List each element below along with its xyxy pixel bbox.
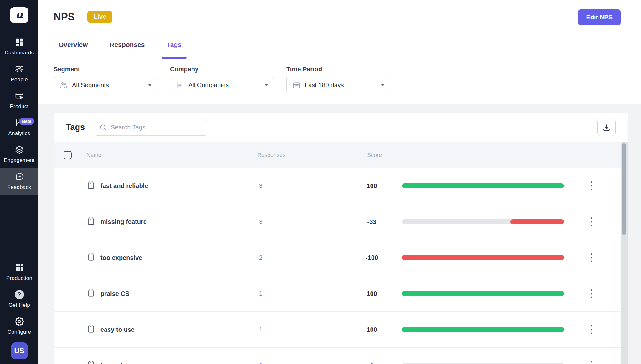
row-menu-button[interactable] — [589, 180, 594, 192]
responses-count-link[interactable]: 3 — [259, 218, 263, 225]
tag-name-cell: Inconsistency — [86, 361, 142, 364]
app-window: u Dashboards — [0, 0, 641, 364]
tag-name-cell: fast and reliable — [86, 181, 148, 190]
row-menu-button[interactable] — [589, 324, 594, 336]
sidebar-item-label: Dashboards — [5, 50, 34, 56]
responses-cell: 0 — [259, 362, 263, 364]
kebab-dot — [591, 293, 592, 295]
sidebar-item-configure[interactable]: Configure — [0, 312, 38, 339]
question-glyph: ? — [18, 291, 21, 298]
select-all-checkbox[interactable] — [64, 151, 72, 159]
sidebar-item-label: People — [11, 77, 28, 83]
tag-name-cell: easy to use — [86, 325, 135, 334]
beta-badge: Beta — [19, 118, 34, 125]
score-bar-fill — [402, 291, 564, 296]
scrollbar-thumb[interactable] — [622, 143, 626, 235]
row-menu-button[interactable] — [589, 288, 594, 300]
product-window-icon — [15, 91, 24, 101]
responses-count-link[interactable]: 0 — [259, 362, 263, 364]
responses-count-link[interactable]: 1 — [259, 326, 263, 333]
segment-select-value: All Segments — [72, 82, 143, 89]
search-tags-input[interactable] — [111, 124, 202, 131]
time-period-select[interactable]: Last 180 days — [286, 77, 391, 93]
sidebar-item-production[interactable]: Production — [0, 259, 38, 286]
score-bar-track — [402, 291, 564, 296]
score-bar-fill — [402, 255, 564, 260]
table-header: Name Responses Score — [54, 142, 628, 168]
score-bar-fill — [402, 327, 564, 332]
row-menu-button[interactable] — [589, 216, 594, 228]
company-filter-group: Company All Companies — [170, 66, 274, 104]
sidebar-item-dashboards[interactable]: Dashboards — [0, 33, 38, 60]
tag-icon — [86, 289, 95, 298]
table-row: Inconsistency 0 0 — [54, 348, 628, 364]
tab-bar: Overview Responses Tags — [38, 30, 641, 58]
tag-rows: fast and reliable 3 100 missi — [54, 168, 628, 364]
kebab-dot — [591, 185, 592, 187]
time-period-select-value: Last 180 days — [305, 82, 376, 89]
score-value: 100 — [356, 326, 387, 333]
company-select[interactable]: All Companies — [170, 77, 274, 93]
column-header-score: Score — [367, 152, 382, 159]
row-menu-button[interactable] — [589, 360, 594, 364]
building-icon — [176, 81, 184, 89]
score-value: 100 — [356, 182, 387, 190]
responses-cell: 1 — [259, 290, 263, 297]
kebab-dot — [591, 329, 592, 331]
tags-card-title: Tags — [66, 123, 85, 132]
userpilot-logo[interactable]: u — [10, 7, 28, 23]
kebab-dot — [591, 253, 592, 255]
tag-name: missing feature — [100, 218, 147, 225]
table-row: missing feature 3 -33 — [54, 204, 628, 240]
responses-count-link[interactable]: 2 — [259, 254, 263, 261]
tab-overview[interactable]: Overview — [59, 41, 88, 58]
score-bar-track — [402, 183, 564, 188]
download-button[interactable] — [597, 119, 616, 136]
table-row: too expensive 2 -100 — [54, 240, 628, 276]
score-bar-track — [402, 255, 564, 260]
column-header-responses: Responses — [257, 152, 285, 159]
sidebar-item-label: Product — [10, 104, 29, 110]
tab-responses[interactable]: Responses — [110, 41, 145, 58]
tag-icon — [86, 325, 95, 334]
sidebar-item-analytics[interactable]: Beta Analytics — [0, 114, 38, 141]
company-select-value: All Companies — [188, 82, 260, 89]
kebab-dot — [591, 181, 592, 183]
kebab-dot — [591, 289, 592, 291]
responses-cell: 3 — [259, 218, 263, 225]
tag-name: Inconsistency — [100, 362, 142, 364]
table-scrollbar[interactable] — [621, 142, 628, 364]
tag-name-cell: praise CS — [86, 289, 129, 298]
tag-name-cell: missing feature — [86, 217, 147, 226]
users-icon — [59, 81, 68, 89]
search-icon — [100, 124, 107, 131]
segment-select[interactable]: All Segments — [54, 77, 158, 93]
score-value: 100 — [356, 290, 387, 297]
user-avatar[interactable]: US — [11, 342, 28, 359]
responses-count-link[interactable]: 1 — [259, 290, 263, 297]
tag-name: too expensive — [100, 254, 142, 261]
row-menu-button[interactable] — [589, 252, 594, 264]
kebab-dot — [591, 217, 592, 219]
score-bar-fill — [510, 219, 564, 224]
sidebar-item-feedback[interactable]: Feedback — [0, 168, 38, 195]
tag-icon — [86, 217, 95, 226]
kebab-dot — [591, 325, 592, 327]
score-bar-fill — [402, 183, 564, 188]
dashboard-grid-icon — [15, 38, 24, 47]
tag-name: praise CS — [100, 290, 129, 297]
tag-name-cell: too expensive — [86, 253, 142, 262]
kebab-dot — [591, 297, 592, 298]
sidebar-item-get-help[interactable]: ? Get Help — [0, 286, 38, 312]
tag-name: fast and reliable — [100, 182, 148, 190]
sidebar-item-engagement[interactable]: Engagement — [0, 141, 38, 168]
sidebar-item-product[interactable]: Product — [0, 87, 38, 114]
segment-filter-group: Segment All Segments — [54, 66, 158, 104]
kebab-dot — [591, 225, 592, 226]
edit-nps-button[interactable]: Edit NPS — [578, 9, 621, 25]
calendar-icon — [292, 81, 300, 89]
tab-tags[interactable]: Tags — [167, 41, 181, 58]
responses-count-link[interactable]: 3 — [259, 182, 263, 189]
avatar-initials: US — [14, 347, 24, 355]
sidebar-item-people[interactable]: People — [0, 60, 38, 87]
